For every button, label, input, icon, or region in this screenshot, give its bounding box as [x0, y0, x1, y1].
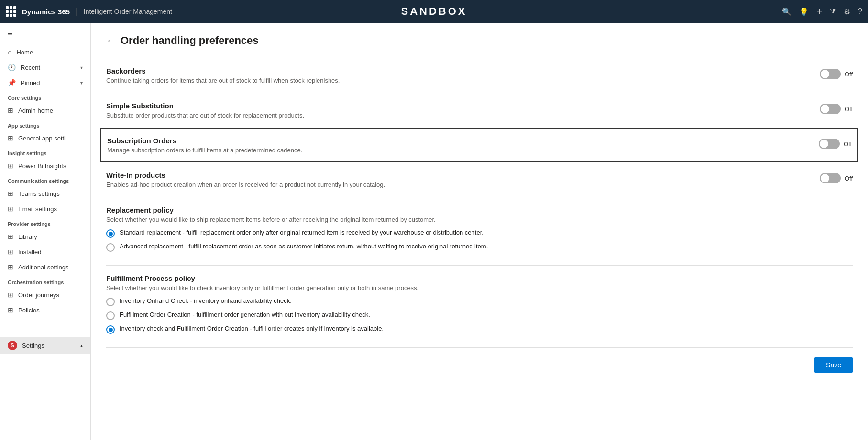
sidebar-item-policies[interactable]: ⊞ Policies	[0, 302, 90, 318]
gear-icon[interactable]: ⚙	[844, 7, 850, 16]
setting-name-simple-substitution: Simple Substitution	[106, 102, 808, 110]
radio-advanced-replacement[interactable]: Advanced replacement - fulfill replaceme…	[106, 243, 853, 252]
brand-separator: |	[76, 7, 78, 17]
sidebar: ≡ ⌂ Home 🕐 Recent ▾ 📌 Pinned ▾ Core sett…	[0, 23, 91, 440]
section-app-settings: App settings	[0, 118, 90, 130]
sidebar-pinned-label: Pinned	[21, 79, 40, 86]
radio-circle-advanced	[106, 243, 115, 252]
replacement-policy-title: Replacement policy	[106, 206, 853, 214]
radio-label-standard: Standard replacement - fulfill replaceme…	[120, 229, 483, 236]
power-bi-icon: ⊞	[8, 162, 13, 170]
fulfillment-policy-desc: Select whether you would like to check i…	[106, 284, 853, 291]
sidebar-additional-label: Additional settings	[18, 264, 69, 271]
content-area: ← Order handling preferences Backorders …	[91, 23, 868, 440]
sidebar-item-pinned[interactable]: 📌 Pinned ▾	[0, 75, 90, 90]
nav-left: Dynamics 365 | Intelligent Order Managem…	[6, 6, 291, 17]
sidebar-policies-label: Policies	[18, 307, 40, 314]
radio-label-fulfillment-order-creation: Fulfillment Order Creation - fulfillment…	[120, 311, 370, 318]
sidebar-item-settings[interactable]: S Settings ▴	[0, 337, 90, 354]
setting-info-subscription-orders: Subscription Orders Manage subscription …	[107, 137, 807, 154]
sidebar-item-general-app[interactable]: ⊞ General app setti...	[0, 130, 90, 146]
toggle-simple-substitution[interactable]	[820, 104, 841, 114]
sidebar-item-additional-settings[interactable]: ⊞ Additional settings	[0, 259, 90, 275]
sidebar-order-journeys-label: Order journeys	[18, 291, 59, 299]
radio-inventory-onhand[interactable]: Inventory Onhand Check - inventory onhan…	[106, 297, 853, 306]
toggle-backorders[interactable]	[820, 69, 841, 79]
search-icon[interactable]: 🔍	[782, 7, 791, 16]
sidebar-general-app-label: General app setti...	[18, 135, 71, 142]
policies-icon: ⊞	[8, 306, 13, 314]
teams-icon: ⊞	[8, 190, 13, 197]
sidebar-teams-label: Teams settings	[18, 190, 60, 197]
radio-circle-inventory-onhand	[106, 298, 115, 306]
setting-row-write-in-products: Write-In products Enables ad-hoc product…	[106, 162, 853, 197]
sidebar-item-admin-home[interactable]: ⊞ Admin home	[0, 103, 90, 118]
app-name: Intelligent Order Management	[84, 8, 172, 15]
sidebar-settings-label: Settings	[22, 342, 44, 349]
waffle-icon[interactable]	[6, 6, 16, 17]
replacement-policy-section: Replacement policy Select whether you wo…	[106, 197, 853, 266]
sidebar-item-email-settings[interactable]: ⊞ Email settings	[0, 201, 90, 216]
save-bar: Save	[106, 348, 853, 373]
hamburger-icon[interactable]: ≡	[0, 23, 90, 44]
radio-inventory-and-fulfillment[interactable]: Inventory check and Fulfillment Order Cr…	[106, 325, 853, 334]
save-button[interactable]: Save	[814, 357, 853, 373]
funnel-icon[interactable]: ⧩	[830, 7, 836, 16]
admin-home-icon: ⊞	[8, 107, 13, 114]
toggle-label-simple-substitution: Off	[845, 106, 853, 113]
sidebar-item-teams-settings[interactable]: ⊞ Teams settings	[0, 186, 90, 201]
section-provider-settings: Provider settings	[0, 216, 90, 229]
sidebar-installed-label: Installed	[18, 248, 41, 256]
setting-desc-write-in-products: Enables ad-hoc product creation when an …	[106, 181, 808, 188]
additional-settings-icon: ⊞	[8, 263, 13, 271]
top-nav: Dynamics 365 | Intelligent Order Managem…	[0, 0, 868, 23]
recent-chevron: ▾	[80, 65, 83, 70]
radio-label-inventory-onhand: Inventory Onhand Check - inventory onhan…	[120, 297, 292, 304]
setting-row-simple-substitution: Simple Substitution Substitute order pro…	[106, 93, 853, 128]
sidebar-item-library[interactable]: ⊞ Library	[0, 229, 90, 244]
order-journeys-icon: ⊞	[8, 291, 13, 299]
sidebar-item-home[interactable]: ⌂ Home	[0, 44, 90, 60]
add-icon[interactable]: +	[816, 6, 822, 17]
setting-desc-simple-substitution: Substitute order products that are out o…	[106, 112, 808, 119]
setting-desc-subscription-orders: Manage subscription orders to fulfill it…	[107, 147, 807, 154]
page-title: Order handling preferences	[121, 34, 259, 47]
setting-name-subscription-orders: Subscription Orders	[107, 137, 807, 145]
setting-desc-backorders: Continue taking orders for items that ar…	[106, 77, 808, 84]
fulfillment-policy-title: Fulfillment Process policy	[106, 274, 853, 282]
toggle-subscription-orders[interactable]	[819, 139, 840, 149]
help-icon[interactable]: ?	[858, 7, 862, 16]
radio-label-inventory-and-fulfillment: Inventory check and Fulfillment Order Cr…	[120, 325, 384, 332]
setting-info-backorders: Backorders Continue taking orders for it…	[106, 67, 808, 84]
sandbox-label: SANDBOX	[291, 5, 577, 18]
radio-circle-inventory-and-fulfillment	[106, 325, 115, 334]
sidebar-item-order-journeys[interactable]: ⊞ Order journeys	[0, 287, 90, 302]
settings-chevron: ▴	[80, 343, 83, 348]
sidebar-power-bi-label: Power Bi Insights	[18, 162, 66, 170]
back-button[interactable]: ←	[106, 36, 115, 46]
radio-label-advanced: Advanced replacement - fulfill replaceme…	[120, 243, 488, 250]
pinned-icon: 📌	[8, 79, 16, 86]
lightbulb-icon[interactable]: 💡	[799, 7, 809, 16]
nav-right: 🔍 💡 + ⧩ ⚙ ?	[577, 6, 862, 17]
sidebar-item-installed[interactable]: ⊞ Installed	[0, 244, 90, 259]
page-header: ← Order handling preferences	[106, 34, 853, 47]
sidebar-item-power-bi[interactable]: ⊞ Power Bi Insights	[0, 158, 90, 173]
fulfillment-policy-section: Fulfillment Process policy Select whethe…	[106, 266, 853, 348]
sidebar-item-recent[interactable]: 🕐 Recent ▾	[0, 60, 90, 75]
radio-standard-replacement[interactable]: Standard replacement - fulfill replaceme…	[106, 229, 853, 238]
radio-fulfillment-order-creation[interactable]: Fulfillment Order Creation - fulfillment…	[106, 311, 853, 320]
toggle-write-in-products[interactable]	[820, 173, 841, 183]
setting-info-write-in-products: Write-In products Enables ad-hoc product…	[106, 171, 808, 188]
brand-name[interactable]: Dynamics 365	[22, 8, 70, 16]
general-app-icon: ⊞	[8, 134, 13, 142]
sidebar-email-label: Email settings	[18, 205, 57, 213]
pinned-chevron: ▾	[80, 80, 83, 86]
radio-circle-standard	[106, 229, 115, 238]
setting-row-subscription-orders: Subscription Orders Manage subscription …	[100, 128, 858, 162]
section-communication-settings: Communication settings	[0, 173, 90, 186]
replacement-policy-desc: Select whether you would like to ship re…	[106, 216, 853, 223]
settings-badge: S	[8, 341, 17, 350]
sidebar-recent-label: Recent	[21, 64, 40, 71]
section-orchestration-settings: Orchestration settings	[0, 275, 90, 287]
